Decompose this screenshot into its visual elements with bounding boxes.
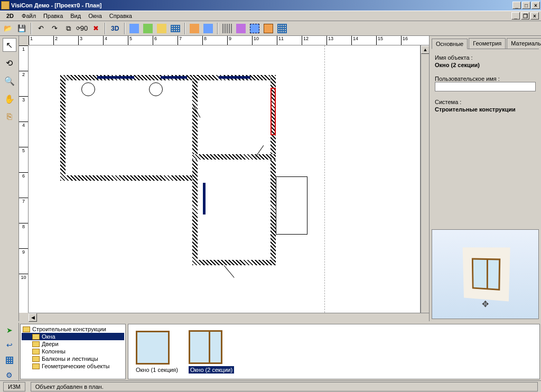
copy-button[interactable] — [62, 23, 74, 34]
select-tool[interactable]: ↖ — [3, 38, 16, 52]
folder-icon — [23, 326, 30, 332]
menu-help[interactable]: Справка — [106, 12, 136, 20]
scroll-left-button[interactable]: ◀ — [29, 313, 37, 322]
ruler-tick: 8 — [19, 223, 28, 229]
tree-item[interactable]: Окна — [22, 333, 124, 340]
ruler-tick: 1 — [19, 45, 28, 52]
separator — [105, 23, 106, 34]
ruler-tick: 2 — [53, 36, 58, 45]
tab-main[interactable]: Основные — [432, 39, 468, 49]
selected-window[interactable] — [270, 88, 276, 135]
tool-export-button[interactable] — [128, 23, 140, 34]
rotate-tool[interactable]: ⟲ — [3, 56, 16, 70]
pan-tool[interactable]: ✋ — [3, 92, 16, 106]
menu-edit[interactable]: Правка — [40, 12, 67, 20]
library-thumbnails: Окно (1 секция)Окно (2 секции) — [128, 324, 540, 379]
mdi-restore-button[interactable]: ❐ — [521, 12, 529, 20]
tool-layers-button[interactable] — [156, 23, 167, 34]
app-icon — [1, 1, 10, 10]
close-button[interactable]: × — [531, 2, 540, 9]
mdi-minimize-button[interactable]: _ — [511, 12, 520, 20]
ruler-tick: 9 — [19, 248, 28, 255]
wall[interactable] — [60, 175, 198, 181]
maximize-button[interactable]: □ — [522, 2, 530, 9]
ruler-tick: 10 — [252, 36, 259, 45]
tool-material-button[interactable] — [142, 23, 154, 34]
door-swing[interactable] — [224, 265, 235, 278]
ruler-tick: 5 — [19, 147, 28, 153]
ruler-tick: 6 — [19, 172, 28, 179]
tool-a-button[interactable] — [189, 23, 200, 34]
tool-b-button[interactable] — [202, 23, 214, 34]
menu-file[interactable]: Файл — [18, 12, 40, 20]
snap-4-button[interactable] — [263, 23, 274, 34]
place-door-tool[interactable]: ⎘ — [3, 110, 16, 124]
mdi-close-button[interactable]: × — [530, 12, 539, 20]
grid-toggle-button[interactable] — [276, 23, 288, 34]
window-opening[interactable] — [161, 76, 187, 79]
save-button[interactable] — [16, 23, 27, 34]
tree-item[interactable]: Балконы и лестницы — [22, 355, 124, 362]
fixture-circle[interactable] — [81, 82, 95, 96]
thumbnail-label: Окно (1 секция) — [136, 367, 178, 373]
window-opening[interactable] — [203, 183, 206, 214]
library-view-button[interactable] — [4, 355, 15, 366]
separator — [31, 23, 32, 34]
tree-item[interactable]: Двери — [22, 340, 124, 348]
window-opening[interactable] — [219, 76, 250, 79]
fixture-circle[interactable] — [149, 82, 163, 96]
floorplan-canvas[interactable] — [29, 45, 421, 313]
object-name-value: Окно (2 секции) — [435, 62, 536, 68]
library-thumbnail[interactable]: Окно (1 секция) — [136, 331, 178, 373]
left-toolbar: ↖ ⟲ 🔍 ✋ ⎘ — [0, 36, 19, 321]
view-3d-button[interactable]: 3D — [109, 23, 121, 34]
redo-button[interactable] — [49, 23, 60, 34]
orbit-icon[interactable]: ✥ — [482, 299, 489, 309]
ruler-tick: 4 — [103, 36, 107, 45]
wall[interactable] — [60, 75, 66, 181]
delete-button[interactable] — [90, 23, 101, 34]
library-settings-button[interactable]: ⚙ — [4, 370, 15, 380]
separator — [217, 23, 218, 34]
open-button[interactable] — [2, 23, 14, 34]
ruler-tick: 14 — [351, 36, 358, 45]
window-opening[interactable] — [97, 76, 134, 79]
menu-windows[interactable]: Окна — [85, 12, 106, 20]
wall[interactable] — [192, 260, 276, 265]
tree-item-label: Геометрические объекты — [42, 363, 109, 369]
horizontal-scrollbar[interactable]: ◀ — [29, 313, 429, 321]
minimize-button[interactable]: _ — [512, 2, 521, 9]
balcony[interactable] — [276, 176, 307, 235]
preview-3d[interactable]: ✥ — [432, 229, 539, 319]
snap-3-button[interactable] — [249, 23, 260, 34]
ruler-tick: 3 — [78, 36, 82, 45]
wall[interactable] — [192, 154, 276, 160]
user-name-input[interactable] — [435, 82, 536, 91]
tree-item-label: Двери — [42, 341, 59, 347]
preview-window-icon — [471, 258, 500, 290]
library-thumbnail[interactable]: Окно (2 секции) — [189, 330, 234, 374]
tree-root[interactable]: Строительные конструкции — [22, 325, 124, 333]
tree-item[interactable]: Колонны — [22, 348, 124, 355]
scroll-up-button[interactable]: ▲ — [421, 45, 430, 54]
separator — [124, 23, 125, 34]
snap-2-button[interactable] — [235, 23, 247, 34]
snap-1-button[interactable] — [221, 23, 233, 34]
rotate-button[interactable]: 90 — [76, 23, 88, 34]
measure-tool[interactable]: 🔍 — [3, 74, 16, 88]
tree-item[interactable]: Геометрические объекты — [22, 362, 124, 370]
library-back-button[interactable]: ↩ — [4, 340, 15, 350]
tool-grid-button[interactable] — [170, 23, 181, 34]
mode-2d-toggle[interactable]: 2D — [2, 11, 18, 21]
undo-button[interactable] — [35, 23, 46, 34]
library-refresh-button[interactable]: ➤ — [4, 325, 15, 335]
window-icon — [136, 331, 170, 365]
library-tree[interactable]: Строительные конструкции ОкнаДвериКолонн… — [20, 324, 126, 379]
tab-materials[interactable]: Материалы — [507, 38, 541, 49]
tab-geometry[interactable]: Геометрия — [469, 38, 506, 49]
folder-icon — [32, 341, 40, 347]
menu-view[interactable]: Вид — [67, 12, 85, 20]
vertical-scrollbar[interactable]: ▲ — [421, 45, 429, 313]
status-mode: ИЗМ — [3, 382, 25, 391]
wall[interactable] — [192, 75, 198, 265]
